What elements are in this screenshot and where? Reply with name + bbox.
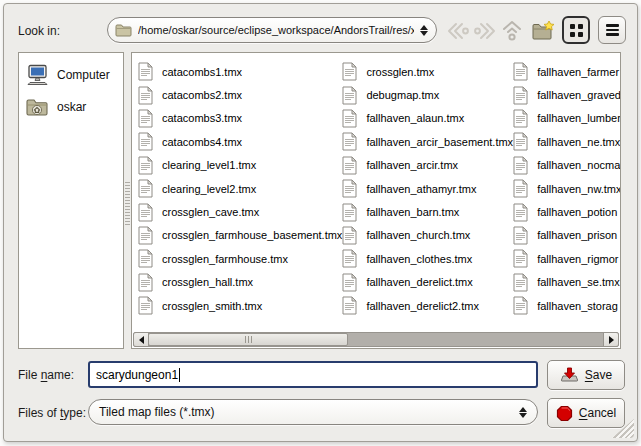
list-view-toggle[interactable] [598,16,626,44]
file-item[interactable]: fallhaven_arcir.tmx [342,154,513,177]
text-caret [179,368,180,382]
save-button-label: Save [585,368,612,382]
save-button[interactable]: Save [547,360,625,390]
document-icon [138,203,153,222]
file-name-text: fallhaven_alaun.tmx [366,112,464,124]
file-column: catacombs1.tmxcatacombs2.tmxcatacombs3.t… [138,60,342,317]
file-item[interactable]: fallhaven_potion [513,200,621,223]
file-save-dialog: Look in: /home/oskar/source/eclipse_work… [3,3,638,442]
new-folder-button[interactable] [530,17,556,45]
file-item[interactable]: fallhaven_lumber [513,107,621,130]
document-icon [138,249,153,268]
file-name-value: scarydungeon1 [96,368,178,382]
document-icon [342,226,357,245]
file-item[interactable]: catacombs2.tmx [138,83,342,106]
path-combobox[interactable]: /home/oskar/source/eclipse_workspace/And… [107,17,437,43]
file-item[interactable]: clearing_level2.tmx [138,177,342,200]
document-icon [138,156,153,175]
document-icon [138,109,153,128]
file-item[interactable]: fallhaven_athamyr.tmx [342,177,513,200]
scrollbar-thumb[interactable] [148,333,348,346]
file-name-label: File name: [18,368,74,382]
scroll-right-arrow[interactable] [603,333,618,346]
file-item[interactable]: fallhaven_prison [513,224,621,247]
file-name-text: catacombs4.tmx [162,136,242,148]
place-label: oskar [57,100,86,114]
file-item[interactable]: fallhaven_clothes.tmx [342,247,513,270]
place-item-home[interactable]: oskar [19,91,123,123]
file-item[interactable]: fallhaven_alaun.tmx [342,107,513,130]
file-name-text: fallhaven_farmer [537,66,619,78]
file-item[interactable]: fallhaven_church.tmx [342,224,513,247]
document-icon [342,156,357,175]
file-item[interactable]: crossglen_farmhouse.tmx [138,247,342,270]
document-icon [342,86,357,105]
document-icon [342,109,357,128]
file-item[interactable]: fallhaven_ne.tmx [513,130,621,153]
file-name-text: fallhaven_church.tmx [366,229,470,241]
document-icon [513,249,528,268]
document-icon [342,132,357,151]
grid-view-toggle[interactable] [562,16,590,44]
file-item[interactable]: fallhaven_nocma [513,154,621,177]
look-in-label: Look in: [18,24,60,38]
file-item[interactable]: fallhaven_farmer [513,60,621,83]
file-item[interactable]: crossglen_farmhouse_basement.tmx [138,224,342,247]
cancel-button[interactable]: Cancel [547,398,625,428]
document-icon [138,226,153,245]
forward-button[interactable] [472,17,498,45]
file-name-text: fallhaven_nw.tmx [537,183,621,195]
file-column: fallhaven_farmerfallhaven_gravedfallhave… [513,60,621,317]
file-item[interactable]: fallhaven_barn.tmx [342,200,513,223]
file-item[interactable]: crossglen.tmx [342,60,513,83]
document-icon [513,226,528,245]
file-item[interactable]: fallhaven_arcir_basement.tmx [342,130,513,153]
file-name-text: fallhaven_graved [537,89,621,101]
file-name-input[interactable]: scarydungeon1 [88,361,538,388]
place-item-computer[interactable]: Computer [19,59,123,91]
file-column: crossglen.tmxdebugmap.tmxfallhaven_alaun… [342,60,513,317]
document-icon [342,249,357,268]
file-item[interactable]: catacombs4.tmx [138,130,342,153]
file-item[interactable]: clearing_level1.tmx [138,154,342,177]
file-item[interactable]: fallhaven_derelict.tmx [342,271,513,294]
new-folder-icon [531,20,555,42]
file-item[interactable]: debugmap.tmx [342,83,513,106]
horizontal-scrollbar[interactable] [133,332,619,347]
type-spinner-arrows[interactable] [519,407,527,418]
document-icon [513,109,528,128]
file-item[interactable]: fallhaven_nw.tmx [513,177,621,200]
scroll-left-arrow[interactable] [134,333,149,346]
file-item[interactable]: fallhaven_derelict2.tmx [342,294,513,317]
file-name-text: catacombs1.tmx [162,66,242,78]
file-item[interactable]: fallhaven_rigmor [513,247,621,270]
file-name-text: clearing_level2.tmx [162,183,256,195]
document-icon [138,179,153,198]
file-name-text: crossglen.tmx [366,66,434,78]
file-item[interactable]: crossglen_hall.tmx [138,271,342,294]
document-icon [513,62,528,81]
back-button[interactable] [445,17,471,45]
document-icon [342,62,357,81]
file-item[interactable]: crossglen_cave.tmx [138,200,342,223]
path-spinner-arrows[interactable] [420,25,428,36]
file-name-text: fallhaven_ne.tmx [537,136,620,148]
document-icon [138,86,153,105]
up-folder-button[interactable] [500,17,524,45]
file-item[interactable]: catacombs3.tmx [138,107,342,130]
file-item[interactable]: crossglen_smith.tmx [138,294,342,317]
file-name-text: fallhaven_prison [537,229,617,241]
document-icon [513,179,528,198]
file-name-text: debugmap.tmx [366,89,439,101]
file-name-text: fallhaven_storag [537,300,618,312]
file-name-text: crossglen_hall.tmx [162,276,253,288]
document-icon [513,156,528,175]
file-name-text: crossglen_farmhouse_basement.tmx [162,229,342,241]
file-type-combobox[interactable]: Tiled map files (*.tmx) [88,399,538,425]
file-item[interactable]: fallhaven_graved [513,83,621,106]
file-item[interactable]: catacombs1.tmx [138,60,342,83]
file-item[interactable]: fallhaven_se.tmx [513,271,621,294]
document-icon [342,179,357,198]
file-item[interactable]: fallhaven_storag [513,294,621,317]
list-view-icon [606,24,619,36]
